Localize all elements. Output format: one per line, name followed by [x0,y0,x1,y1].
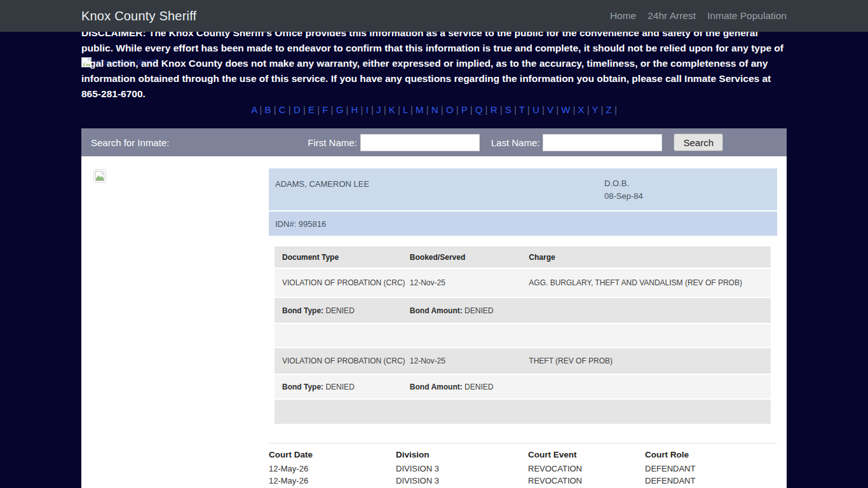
alphabet-separator: | [612,104,617,115]
alphabet-separator: | [438,104,446,115]
alphabet-link-Y[interactable]: Y [592,104,599,115]
alphabet-link-Q[interactable]: Q [475,104,483,115]
alphabet-link-M[interactable]: M [416,104,424,115]
alphabet-separator: | [525,104,532,115]
col-document-type: Document Type [275,253,409,262]
alphabet-link-Z[interactable]: Z [606,104,612,115]
alphabet-separator: | [570,104,578,115]
alphabet-separator: | [381,104,389,115]
alphabet-link-A[interactable]: A [251,104,257,115]
bond-type-cell: Bond Type: DENIED [275,306,409,315]
alphabet-separator: | [395,104,403,115]
charge-value: AGG. BURGLARY, THEFT AND VANDALISM (REV … [527,278,771,287]
alphabet-link-C[interactable]: C [279,104,286,115]
last-name-input[interactable] [543,134,662,151]
spacer-row [275,324,771,347]
alphabet-link-V[interactable]: V [547,104,553,115]
col-booked-served: Booked/Served [409,253,527,262]
charges-table: Document Type Booked/Served Charge VIOLA… [275,247,771,424]
alphabet-separator: | [271,104,279,115]
inmate-name: ADAMS, CAMERON LEE [275,179,369,189]
nav-link-24hr-arrest[interactable]: 24hr Arrest [648,10,696,22]
col-court-role: Court Role [645,449,777,461]
court-event-value: REVOCATION [528,463,645,475]
court-role-value: DEFENDANT [645,475,777,487]
alphabet-link-N[interactable]: N [431,104,438,115]
alphabet-separator: | [286,104,294,115]
court-date-value: 12-May-26 [269,475,396,487]
booked-served-value: 12-Nov-25 [409,356,527,365]
bond-amount-label: Bond Amount: [410,306,463,315]
alphabet-link-K[interactable]: K [389,104,395,115]
court-date-value: 12-May-26 [269,463,396,475]
alphabet-separator: | [408,104,416,115]
alphabet-link-T[interactable]: T [519,104,525,115]
bond-amount-cell: Bond Amount: DENIED [409,383,527,391]
booked-served-value: 12-Nov-25 [409,278,527,287]
bond-type-label: Bond Type: [282,383,323,391]
disclaimer-text: DISCLAIMER: The Knox County Sheriff's Of… [81,25,787,102]
bond-type-cell: Bond Type: DENIED [275,383,409,391]
alphabet-link-X[interactable]: X [578,104,585,115]
alphabet-separator: | [539,104,547,115]
broken-mugshot-icon [93,169,106,183]
alphabet-link-U[interactable]: U [532,104,539,115]
alphabet-separator: | [424,104,431,115]
alphabet-separator: | [553,104,561,115]
charges-header-row: Document Type Booked/Served Charge [275,247,771,268]
alphabet-link-E[interactable]: E [308,104,315,115]
alphabet-separator: | [358,104,365,115]
dob-value: 08-Sep-84 [604,191,643,201]
alphabet-link-R[interactable]: R [491,104,498,115]
inmate-record-card: ADAMS, CAMERON LEE D.O.B. 08-Sep-84 IDN#… [269,156,777,424]
alphabet-link-O[interactable]: O [446,104,454,115]
charge-value: THEFT (REV OF PROB) [527,356,771,365]
inmate-search-bar: Search for Inmate: First Name: Last Name… [81,128,787,156]
alphabet-separator: | [482,104,490,115]
col-division: Division [396,449,528,461]
bond-type-value: DENIED [325,383,354,391]
bond-row: Bond Type: DENIED Bond Amount: DENIED [275,375,771,398]
alphabet-separator: | [512,104,519,115]
nav-link-inmate-population[interactable]: Inmate Population [707,10,787,22]
division-value: DIVISION 3 [396,475,528,487]
inmate-card-header: ADAMS, CAMERON LEE D.O.B. 08-Sep-84 [269,168,777,210]
alphabet-link-G[interactable]: G [336,104,344,115]
bond-amount-value: DENIED [465,306,493,315]
alphabet-separator: | [454,104,461,115]
document-type-value: VIOLATION OF PROBATION (CRC) [275,278,409,287]
alphabet-separator: | [343,104,351,115]
division-value: DIVISION 3 [396,463,528,475]
site-title[interactable]: Knox County Sheriff [81,9,196,24]
col-court-date: Court Date [269,449,396,461]
page-body: knox county sheriff DISCLAIMER: The Knox… [81,25,787,488]
court-role-value: DEFENDANT [645,463,777,475]
search-button[interactable]: Search [674,133,723,151]
alphabet-link-S[interactable]: S [505,104,512,115]
dob-label: D.O.B. [604,179,629,188]
charge-row: VIOLATION OF PROBATION (CRC) 12-Nov-25 A… [275,269,771,297]
document-type-value: VIOLATION OF PROBATION (CRC) [275,356,409,365]
alphabet-link-L[interactable]: L [403,104,408,115]
first-name-input[interactable] [360,134,480,151]
results-area: ADAMS, CAMERON LEE D.O.B. 08-Sep-84 IDN#… [81,156,787,488]
alphabet-link-D[interactable]: D [294,104,301,115]
top-navbar: Knox County Sheriff Home 24hr Arrest Inm… [0,0,868,32]
alphabet-link-H[interactable]: H [351,104,358,115]
alphabet-link-J[interactable]: J [376,104,381,115]
disclaimer-section: DISCLAIMER: The Knox County Sheriff's Of… [81,25,787,102]
empty-row [275,400,771,424]
idn-value: IDN#: 995816 [275,219,326,229]
court-event-value: REVOCATION [528,475,645,487]
court-header-row: Court Date Division Court Event Court Ro… [269,449,777,461]
alphabet-link-P[interactable]: P [461,104,468,115]
alphabet-links: A | B | C | D | E | F | G | H | I | J | … [81,104,787,116]
alphabet-link-B[interactable]: B [265,104,271,115]
nav-link-home[interactable]: Home [610,10,636,22]
alphabet-separator: | [369,104,376,115]
alphabet-separator: | [315,104,322,115]
alphabet-link-W[interactable]: W [561,104,570,115]
bond-row: Bond Type: DENIED Bond Amount: DENIED [275,298,771,323]
last-name-label: Last Name: [491,137,540,148]
bond-amount-value: DENIED [465,383,493,391]
